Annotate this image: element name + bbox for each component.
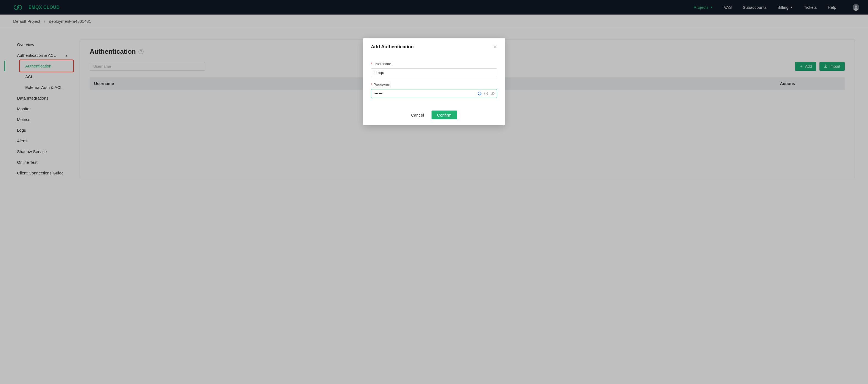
password-label-text: Password <box>373 83 390 87</box>
modal-title: Add Authentication <box>371 44 414 50</box>
cancel-button[interactable]: Cancel <box>411 113 424 118</box>
close-icon[interactable]: ✕ <box>493 44 497 50</box>
modal-body: *Username *Password <box>363 55 505 106</box>
svg-point-6 <box>479 94 480 95</box>
username-label: *Username <box>371 62 497 66</box>
password-input-icons <box>477 91 495 96</box>
username-label-text: Username <box>373 62 391 66</box>
add-authentication-modal: Add Authentication ✕ *Username *Password <box>363 38 505 125</box>
confirm-button[interactable]: Confirm <box>432 110 457 119</box>
form-group-username: *Username <box>371 62 497 77</box>
key-lock-icon[interactable] <box>477 91 482 96</box>
modal-header: Add Authentication ✕ <box>363 38 505 55</box>
clear-icon[interactable] <box>484 91 488 96</box>
modal-footer: Cancel Confirm <box>363 106 505 125</box>
form-group-password: *Password <box>371 83 497 98</box>
eye-off-icon[interactable] <box>491 91 495 96</box>
username-input[interactable] <box>371 68 497 77</box>
password-label: *Password <box>371 83 497 87</box>
